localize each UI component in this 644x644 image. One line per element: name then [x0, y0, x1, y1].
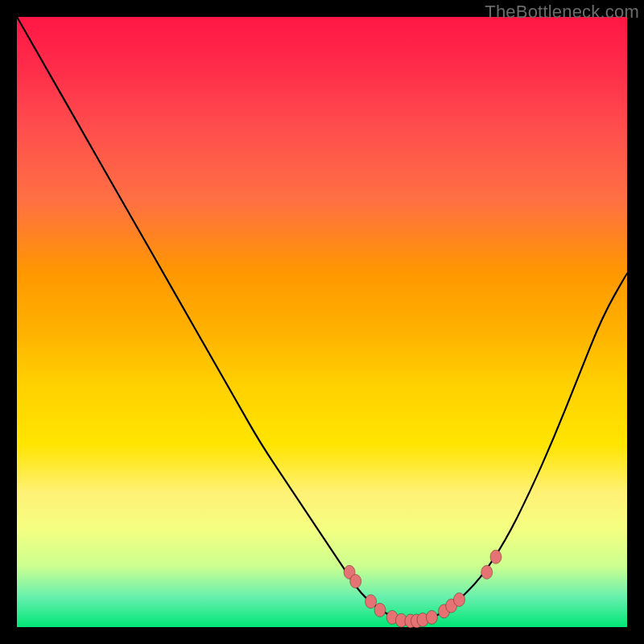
data-marker: [454, 592, 465, 606]
watermark-text: TheBottleneck.com: [485, 2, 639, 23]
bottleneck-curve: [17, 17, 627, 621]
data-marker: [426, 610, 437, 624]
curve-overlay: [17, 17, 627, 627]
marker-group: [344, 550, 502, 628]
data-marker: [365, 595, 377, 609]
data-marker: [481, 565, 493, 579]
data-marker: [374, 603, 386, 617]
data-marker: [350, 575, 361, 588]
chart-frame: TheBottleneck.com: [0, 0, 644, 644]
data-marker: [490, 550, 502, 564]
